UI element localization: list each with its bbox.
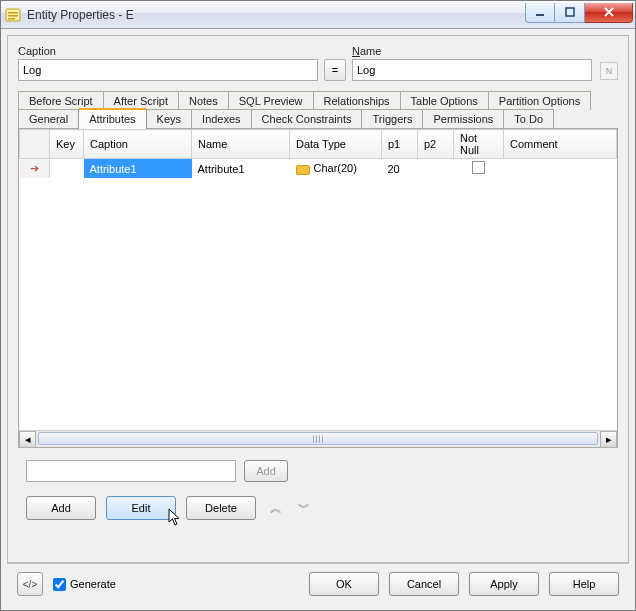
cell-notnull[interactable] [454, 159, 504, 179]
col-header-key[interactable]: Key [50, 130, 84, 159]
tab-relationships[interactable]: Relationships [313, 91, 401, 110]
titlebar: Entity Properties - E [1, 1, 635, 29]
tab-keys[interactable]: Keys [146, 109, 192, 128]
row-indicator-icon: ➔ [20, 159, 50, 179]
cell-datatype[interactable]: Char(20) [290, 159, 382, 179]
move-down-icon[interactable]: ︾ [294, 500, 312, 517]
edit-button[interactable]: Edit [106, 496, 176, 520]
maximize-button[interactable] [555, 3, 585, 23]
tab-general[interactable]: General [18, 109, 79, 128]
table-row[interactable]: ➔ Attribute1 Attribute1 Char(20) 20 [20, 159, 617, 179]
scroll-right-button[interactable]: ▸ [600, 431, 617, 448]
notnull-checkbox[interactable] [472, 161, 485, 174]
tab-partition-options[interactable]: Partition Options [488, 91, 591, 110]
cell-key[interactable] [50, 159, 84, 179]
svg-rect-2 [8, 15, 18, 17]
app-icon [5, 7, 21, 23]
name-input[interactable] [352, 59, 592, 81]
name-aux-badge[interactable]: N [600, 62, 618, 80]
col-header-p1[interactable]: p1 [382, 130, 418, 159]
tab-table-options[interactable]: Table Options [400, 91, 489, 110]
generate-label: Generate [70, 578, 116, 590]
generate-checkbox-input[interactable] [53, 578, 66, 591]
attributes-grid[interactable]: KeyCaptionNameData Typep1p2Not NullComme… [19, 129, 617, 430]
svg-rect-3 [8, 18, 15, 20]
tab-notes[interactable]: Notes [178, 91, 229, 110]
cell-caption[interactable]: Attribute1 [84, 159, 192, 179]
col-header-caption[interactable]: Caption [84, 130, 192, 159]
col-header-gutter[interactable] [20, 130, 50, 159]
close-button[interactable] [585, 3, 633, 23]
sync-names-button[interactable]: = [324, 59, 346, 81]
window-title: Entity Properties - E [27, 8, 525, 22]
cell-p2[interactable] [418, 159, 454, 179]
tab-triggers[interactable]: Triggers [361, 109, 423, 128]
datatype-icon [296, 165, 310, 175]
minimize-button[interactable] [525, 3, 555, 23]
horizontal-scrollbar[interactable]: ◂ ▸ [19, 430, 617, 447]
sql-script-button[interactable]: </> [17, 572, 43, 596]
tab-indexes[interactable]: Indexes [191, 109, 252, 128]
move-up-icon[interactable]: ︽ [266, 500, 284, 517]
caption-label: Caption [18, 45, 318, 57]
col-header-name[interactable]: Name [192, 130, 290, 159]
tab-sql-preview[interactable]: SQL Preview [228, 91, 314, 110]
name-label: Name [352, 45, 592, 57]
col-header-not-null[interactable]: Not Null [454, 130, 504, 159]
col-header-comment[interactable]: Comment [504, 130, 617, 159]
quick-add-input[interactable] [26, 460, 236, 482]
generate-checkbox[interactable]: Generate [53, 578, 116, 591]
apply-button[interactable]: Apply [469, 572, 539, 596]
svg-rect-4 [536, 14, 544, 16]
add-button[interactable]: Add [26, 496, 96, 520]
col-header-data-type[interactable]: Data Type [290, 130, 382, 159]
cancel-button[interactable]: Cancel [389, 572, 459, 596]
ok-button[interactable]: OK [309, 572, 379, 596]
delete-button[interactable]: Delete [186, 496, 256, 520]
tab-permissions[interactable]: Permissions [422, 109, 504, 128]
cell-comment[interactable] [504, 159, 617, 179]
col-header-p2[interactable]: p2 [418, 130, 454, 159]
scroll-left-button[interactable]: ◂ [19, 431, 36, 448]
scroll-thumb[interactable] [38, 432, 598, 445]
tab-check-constraints[interactable]: Check Constraints [251, 109, 363, 128]
tab-attributes[interactable]: Attributes [78, 109, 146, 129]
quick-add-button[interactable]: Add [244, 460, 288, 482]
caption-input[interactable] [18, 59, 318, 81]
svg-rect-1 [8, 12, 18, 14]
cell-p1[interactable]: 20 [382, 159, 418, 179]
cell-name[interactable]: Attribute1 [192, 159, 290, 179]
svg-rect-5 [566, 8, 574, 16]
tab-to-do[interactable]: To Do [503, 109, 554, 128]
help-button[interactable]: Help [549, 572, 619, 596]
